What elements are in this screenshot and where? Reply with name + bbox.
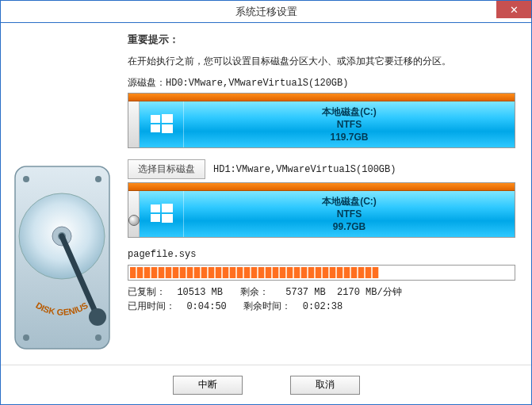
source-volume[interactable]: 本地磁盘(C:) NTFS 119.7GB xyxy=(140,101,515,147)
disk-graphic: DISK GENIUS xyxy=(9,119,116,357)
svg-point-4 xyxy=(89,308,106,326)
left-panel: DISK GENIUS xyxy=(1,23,124,365)
progress-fill xyxy=(130,267,379,278)
select-target-button[interactable]: 选择目标磁盘 xyxy=(128,159,205,179)
cancel-button[interactable]: 取消 xyxy=(290,376,360,395)
svg-rect-17 xyxy=(162,214,173,223)
source-disk-label: 源磁盘：HD0:VMware,VMwareVirtualS(120GB) xyxy=(128,76,515,90)
svg-rect-12 xyxy=(151,124,160,132)
disk-bar-header xyxy=(128,183,515,191)
svg-point-5 xyxy=(23,176,29,182)
resize-track xyxy=(128,101,140,147)
dialog-window: 系统迁移设置 ✕ xyxy=(0,0,532,405)
footer: 中断 取消 xyxy=(1,365,531,404)
svg-rect-11 xyxy=(162,114,173,123)
svg-rect-15 xyxy=(162,204,173,212)
instruction-text: 在开始执行之前，您可以设置目标磁盘分区大小、或添加其它要迁移的分区。 xyxy=(128,55,515,68)
right-panel: 重要提示： 在开始执行之前，您可以设置目标磁盘分区大小、或添加其它要迁移的分区。… xyxy=(124,23,531,365)
svg-rect-13 xyxy=(162,124,173,133)
progress-bar xyxy=(128,265,515,281)
resize-handle-icon[interactable] xyxy=(128,215,140,226)
stats-block: 已复制： 10513 MB 剩余： 5737 MB 2170 MB/分钟 已用时… xyxy=(128,285,515,314)
disk-bar-header xyxy=(128,94,515,101)
target-disk-bar[interactable]: 本地磁盘(C:) NTFS 99.7GB xyxy=(128,182,515,238)
svg-point-6 xyxy=(95,176,101,182)
close-button[interactable]: ✕ xyxy=(496,1,531,18)
window-title: 系统迁移设置 xyxy=(1,5,531,19)
heading: 重要提示： xyxy=(128,32,515,47)
current-file-label: pagefile.sys xyxy=(128,249,515,260)
svg-rect-14 xyxy=(151,204,160,212)
windows-icon xyxy=(140,101,184,147)
svg-point-7 xyxy=(23,334,29,341)
svg-point-8 xyxy=(95,334,101,341)
source-volume-text: 本地磁盘(C:) NTFS 119.7GB xyxy=(184,105,515,144)
svg-rect-10 xyxy=(151,115,160,123)
resize-track[interactable] xyxy=(128,191,140,237)
titlebar: 系统迁移设置 ✕ xyxy=(1,1,531,23)
abort-button[interactable]: 中断 xyxy=(173,376,243,395)
target-disk-label: HD1:VMware,VMwareVirtualS(100GB) xyxy=(213,164,396,175)
target-row: 选择目标磁盘 HD1:VMware,VMwareVirtualS(100GB) xyxy=(128,159,515,179)
target-volume[interactable]: 本地磁盘(C:) NTFS 99.7GB xyxy=(140,191,515,237)
windows-icon xyxy=(140,191,184,237)
close-icon: ✕ xyxy=(510,4,519,16)
target-volume-text: 本地磁盘(C:) NTFS 99.7GB xyxy=(184,195,515,234)
content-area: DISK GENIUS 重要提示： 在开始执行之前，您可以设置目标磁盘分区大小、… xyxy=(1,23,531,365)
svg-rect-16 xyxy=(151,214,160,222)
source-disk-bar[interactable]: 本地磁盘(C:) NTFS 119.7GB xyxy=(128,93,515,148)
